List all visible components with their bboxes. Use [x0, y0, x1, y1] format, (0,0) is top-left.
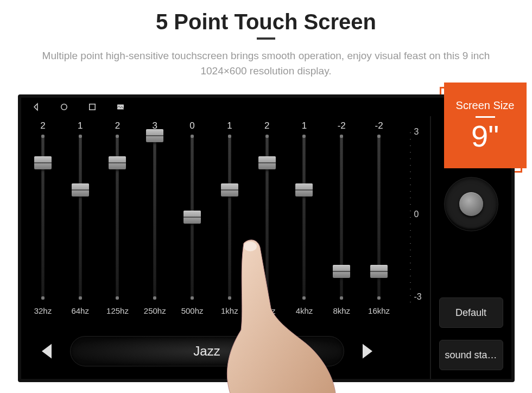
eq-slider-thumb[interactable]: [183, 211, 201, 224]
eq-band-2khz: 22khz: [250, 119, 284, 320]
eq-slider[interactable]: [228, 136, 231, 299]
default-button[interactable]: Default: [439, 297, 503, 328]
preset-prev-button[interactable]: [33, 338, 60, 365]
jog-dial[interactable]: [444, 177, 498, 231]
title-underline: [257, 37, 275, 40]
svg-point-0: [61, 104, 67, 110]
eq-band-125hz: 2125hz: [100, 119, 134, 320]
screen-size-badge: Screen Size 9": [444, 83, 527, 168]
eq-scale: 3 0 -3: [401, 119, 426, 320]
eq-band-value: 2: [40, 119, 45, 132]
eq-slider-thumb[interactable]: [221, 183, 238, 196]
eq-band-value: 0: [189, 119, 194, 132]
eq-slider[interactable]: [116, 136, 119, 299]
preset-bar: Jazz: [21, 333, 393, 369]
eq-slider-thumb[interactable]: [146, 129, 163, 142]
eq-band-freq: 250hz: [144, 306, 166, 315]
eq-slider[interactable]: [79, 136, 82, 299]
eq-slider-thumb[interactable]: [109, 156, 126, 169]
svg-rect-1: [89, 104, 95, 110]
device-screen: 232hz164hz2125hz3250hz0500hz11khz22khz14…: [18, 94, 515, 382]
preset-next-button[interactable]: [354, 338, 381, 365]
eq-slider-thumb[interactable]: [258, 156, 276, 169]
eq-slider[interactable]: [265, 136, 269, 299]
scale-mid-label: 0: [414, 210, 419, 219]
page-subtitle: Multiple point high-sensitive touchscree…: [22, 48, 510, 78]
badge-value: 9": [471, 121, 499, 151]
sound-stage-button[interactable]: sound sta…: [439, 340, 503, 370]
eq-band-8khz: -28khz: [325, 119, 358, 320]
eq-slider[interactable]: [377, 136, 381, 299]
eq-band-value: 2: [115, 119, 120, 132]
eq-band-freq: 4khz: [296, 306, 313, 315]
eq-band-freq: 8khz: [333, 306, 350, 315]
eq-slider[interactable]: [191, 136, 194, 299]
eq-slider[interactable]: [153, 136, 156, 299]
eq-band-value: -2: [375, 119, 383, 132]
home-icon[interactable]: [59, 102, 69, 112]
eq-band-value: 1: [227, 119, 232, 132]
eq-band-value: 1: [302, 119, 307, 132]
android-navbar: [21, 98, 511, 116]
eq-band-500hz: 0500hz: [175, 119, 209, 320]
eq-band-250hz: 3250hz: [138, 119, 172, 320]
eq-slider[interactable]: [302, 136, 306, 299]
badge-label: Screen Size: [456, 99, 515, 112]
eq-band-freq: 32hz: [34, 306, 52, 315]
eq-slider-thumb[interactable]: [333, 265, 350, 278]
eq-band-1khz: 11khz: [213, 119, 246, 320]
eq-slider-thumb[interactable]: [72, 183, 89, 196]
gallery-icon[interactable]: [116, 102, 125, 112]
badge-divider: [476, 116, 495, 118]
eq-band-freq: 64hz: [71, 306, 89, 315]
eq-band-4khz: 14khz: [287, 119, 321, 320]
eq-slider[interactable]: [41, 136, 45, 299]
eq-band-64hz: 164hz: [64, 119, 97, 320]
eq-band-16khz: -216khz: [362, 119, 396, 320]
eq-band-32hz: 232hz: [26, 119, 60, 320]
preset-name-button[interactable]: Jazz: [70, 336, 344, 366]
eq-slider[interactable]: [340, 136, 343, 299]
eq-slider-thumb[interactable]: [34, 156, 52, 169]
recent-apps-icon[interactable]: [87, 102, 97, 112]
eq-band-value: 2: [264, 119, 269, 132]
eq-band-freq: 16khz: [368, 306, 390, 315]
eq-band-freq: 500hz: [181, 306, 204, 315]
eq-band-freq: 2khz: [258, 306, 276, 315]
eq-band-value: -2: [338, 119, 346, 132]
scale-bot-label: -3: [414, 292, 422, 302]
page-title: 5 Point Touch Screen: [156, 10, 376, 34]
eq-slider-thumb[interactable]: [295, 183, 313, 196]
back-icon[interactable]: [31, 102, 41, 112]
eq-band-freq: 125hz: [106, 306, 129, 315]
eq-slider-thumb[interactable]: [370, 265, 388, 278]
eq-band-value: 1: [78, 119, 83, 132]
eq-band-freq: 1khz: [221, 306, 238, 315]
scale-top-label: 3: [414, 127, 419, 137]
